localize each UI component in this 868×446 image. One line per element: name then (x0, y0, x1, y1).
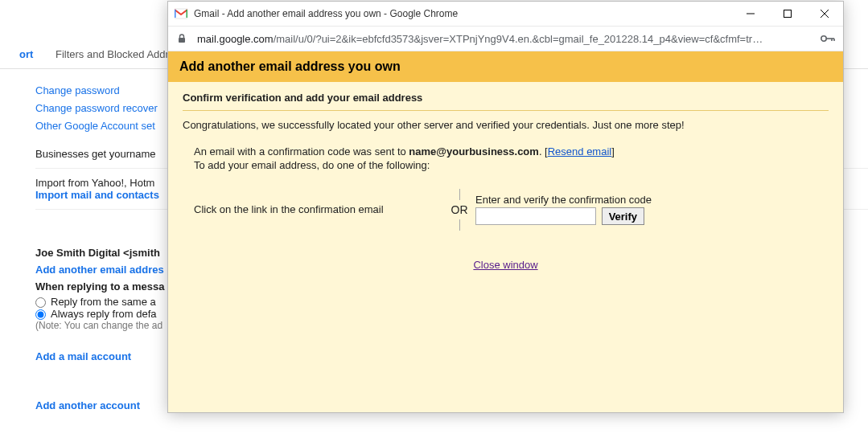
link-close-window[interactable]: Close window (473, 259, 537, 271)
window-minimize-button[interactable] (732, 2, 769, 26)
window-maximize-button[interactable] (769, 2, 806, 26)
svg-rect-5 (179, 38, 185, 43)
svg-point-6 (821, 36, 826, 41)
tab-import[interactable]: ort (19, 48, 33, 60)
link-resend-email[interactable]: Resend email (548, 145, 612, 158)
radio-reply-same-input[interactable] (35, 297, 46, 308)
text-click-link: Click on the link in the confirmation em… (194, 203, 443, 215)
radio-reply-default-label: Always reply from defa (51, 308, 157, 320)
tab-filters[interactable]: Filters and Blocked Addre (56, 48, 175, 60)
text-import-desc: Import from Yahoo!, Hotm (35, 177, 154, 189)
dialog-subheader: Confirm verification and add your email … (183, 92, 829, 104)
link-import-mail-contacts[interactable]: Import mail and contacts (35, 189, 159, 201)
dialog-header: Add another email address you own (168, 51, 843, 82)
window-close-button[interactable] (806, 2, 843, 26)
link-add-another-account[interactable]: Add another account (35, 399, 140, 411)
text-enter-verify: Enter and verify the confirmation code (475, 194, 829, 206)
address-bar[interactable]: mail.google.com/mail/u/0/?ui=2&ik=ebfcfd… (168, 26, 843, 51)
gmail-favicon-icon (175, 7, 187, 20)
text-to-add: To add your email address, do one of the… (194, 159, 829, 171)
dialog-body: Confirm verification and add your email … (168, 82, 843, 412)
verify-button[interactable]: Verify (602, 207, 644, 225)
radio-reply-same[interactable]: Reply from the same a (35, 296, 156, 308)
lock-icon (176, 33, 187, 44)
link-add-another-email[interactable]: Add another email addres (35, 264, 164, 276)
radio-reply-default-input[interactable] (35, 309, 46, 320)
key-icon[interactable] (821, 34, 835, 43)
window-titlebar: Gmail - Add another email address you ow… (168, 2, 843, 26)
radio-reply-same-label: Reply from the same a (51, 296, 156, 308)
text-or: OR (443, 203, 475, 216)
popup-window: Gmail - Add another email address you ow… (167, 1, 844, 413)
url-text: mail.google.com/mail/u/0/?ui=2&ik=ebfcfd… (197, 33, 814, 45)
text-congrats: Congratulations, we successfully located… (183, 119, 829, 131)
text-businesses: Businesses get yourname (35, 148, 156, 160)
text-sent-line: An email with a confirmation code was se… (194, 145, 829, 158)
radio-reply-default[interactable]: Always reply from defa (35, 308, 157, 320)
window-title: Gmail - Add another email address you ow… (194, 8, 732, 19)
svg-rect-2 (784, 10, 792, 18)
confirmation-code-input[interactable] (475, 207, 596, 225)
link-add-mail-account[interactable]: Add a mail account (35, 350, 131, 362)
